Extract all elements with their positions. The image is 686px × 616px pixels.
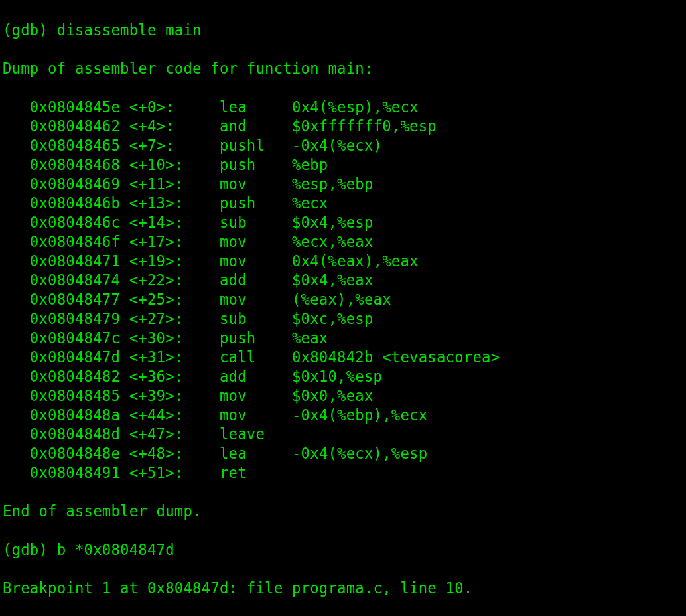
typed-command: disassemble main (57, 21, 202, 38)
asm-line: 0x08048474 <+22>: add $0x4,%eax (3, 271, 683, 290)
asm-line: 0x0804848d <+47>: leave (3, 425, 683, 444)
asm-line: 0x0804846b <+13>: push %ecx (3, 194, 683, 213)
dump-header: Dump of assembler code for function main… (3, 59, 683, 78)
asm-line: 0x0804846f <+17>: mov %ecx,%eax (3, 232, 683, 252)
asm-line: 0x08048485 <+39>: mov $0x0,%eax (3, 386, 683, 406)
asm-line: 0x08048468 <+10>: push %ebp (3, 155, 683, 175)
dump-footer: End of assembler dump. (3, 502, 683, 521)
asm-line: 0x0804846c <+14>: sub $0x4,%esp (3, 213, 683, 232)
asm-line: 0x08048465 <+7>: pushl -0x4(%ecx) (3, 136, 683, 155)
asm-line: 0x08048491 <+51>: ret (3, 463, 683, 483)
asm-line: 0x08048479 <+27>: sub $0xc,%esp (3, 309, 683, 329)
cmd-line-break[interactable]: (gdb) b *0x0804847d (3, 540, 683, 560)
asm-line: 0x08048482 <+36>: add $0x10,%esp (3, 367, 683, 386)
gdb-prompt: (gdb) (3, 541, 57, 558)
asm-line: 0x0804848a <+44>: mov -0x4(%ebp),%ecx (3, 406, 683, 425)
cmd-line-disassemble[interactable]: (gdb) disassemble main (3, 21, 683, 40)
typed-command: b *0x0804847d (57, 541, 174, 558)
asm-line: 0x08048462 <+4>: and $0xfffffff0,%esp (3, 117, 683, 136)
asm-line: 0x08048477 <+25>: mov (%eax),%eax (3, 290, 683, 309)
asm-line: 0x0804847d <+31>: call 0x804842b <tevasa… (3, 348, 683, 367)
asm-line: 0x08048469 <+11>: mov %esp,%ebp (3, 175, 683, 194)
breakpoint-message: Breakpoint 1 at 0x804847d: file programa… (3, 579, 683, 598)
gdb-prompt: (gdb) (3, 21, 57, 38)
terminal-output: (gdb) disassemble main Dump of assembler… (0, 0, 686, 616)
asm-listing: 0x0804845e <+0>: lea 0x4(%esp),%ecx 0x08… (3, 98, 683, 483)
asm-line: 0x0804845e <+0>: lea 0x4(%esp),%ecx (3, 98, 683, 117)
asm-line: 0x08048471 <+19>: mov 0x4(%eax),%eax (3, 252, 683, 271)
asm-line: 0x0804848e <+48>: lea -0x4(%ecx),%esp (3, 444, 683, 463)
asm-line: 0x0804847c <+30>: push %eax (3, 329, 683, 348)
